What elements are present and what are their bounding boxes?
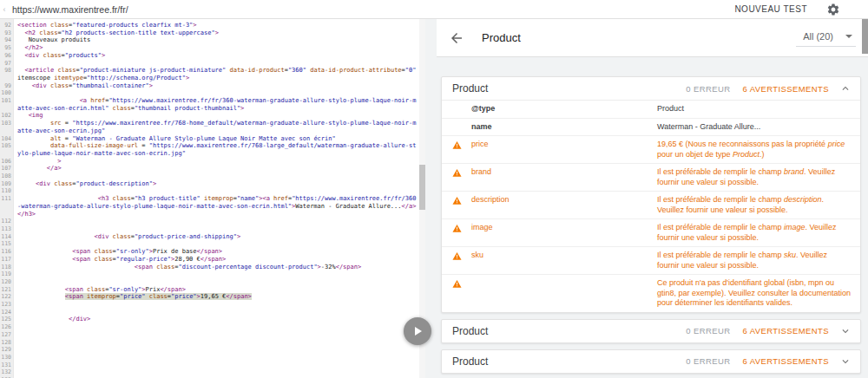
code-line: 125 </div> (0, 316, 419, 323)
line-number: 98 (0, 67, 14, 75)
property-value: Waterman - Graduate Allure... (657, 121, 860, 134)
code-line: 106 > (0, 158, 419, 166)
code-text (14, 309, 419, 316)
source-code-panel[interactable]: 92<section class="featured-products clea… (0, 19, 425, 378)
code-text (14, 218, 419, 225)
code-line: 92<section class="featured-products clea… (0, 22, 419, 29)
chevron-up-icon[interactable] (839, 82, 852, 94)
code-line: 123 (0, 301, 419, 309)
code-line: 126 (0, 323, 419, 331)
line-number: 110 (0, 187, 14, 195)
property-row: price19,65 € (Nous ne reconnaissons pas … (442, 136, 860, 164)
code-line: 105 data-full-size-image-url = "https://… (0, 142, 419, 157)
line-number: 94 (0, 36, 14, 44)
warning-triangle-icon (442, 166, 471, 189)
code-text: </h2> (14, 44, 419, 52)
tested-url[interactable]: https://www.maxirentree.fr/fr/ (12, 4, 128, 15)
code-text (14, 89, 419, 97)
line-number: 121 (0, 286, 14, 294)
code-line: 117 <span class="regular-price">28,90 €<… (0, 256, 419, 264)
code-text: </div> (14, 316, 419, 323)
card-header[interactable]: Product0 ERREUR6 AVERTISSEMENTS (442, 350, 860, 373)
line-number: 116 (0, 248, 14, 256)
code-text (14, 331, 419, 339)
error-count: 0 ERREUR (686, 84, 730, 94)
property-value: Il est préférable de remplir le champ sk… (657, 249, 860, 272)
line-number: 131 (0, 362, 14, 369)
line-number: 122 (0, 293, 14, 301)
property-value: Ce produit n'a pas d'identifiant global … (657, 277, 860, 310)
code-line: 132 (0, 368, 419, 376)
type-filter-dropdown[interactable]: All (20) (796, 29, 856, 47)
right-scrollbar-thumb[interactable] (862, 19, 868, 54)
code-line: 102 <img (0, 112, 419, 120)
chevron-left-icon[interactable]: ‹ (0, 0, 9, 19)
code-line: 115 (0, 240, 419, 248)
property-row: Ce produit n'a pas d'identifiant global … (442, 275, 860, 312)
code-line: 112 (0, 218, 419, 225)
line-number: 113 (0, 225, 14, 233)
code-line: 96 <div class="products"> (0, 52, 419, 60)
results-panel: Product All (20) Product0 ERREUR6 AVERTI… (437, 19, 868, 378)
code-text: <div class="product-description"> (14, 180, 419, 188)
back-arrow-icon[interactable] (449, 30, 464, 46)
run-test-button[interactable] (404, 317, 431, 345)
code-text: <section class="featured-products clearf… (14, 22, 419, 29)
code-line: 113 (0, 225, 419, 233)
code-line: 110 (0, 187, 419, 195)
left-scrollbar-thumb[interactable] (419, 165, 425, 210)
code-lines: 92<section class="featured-products clea… (0, 22, 419, 378)
line-number: 99 (0, 82, 14, 90)
property-value: Il est préférable de remplir le champ im… (657, 221, 860, 244)
line-number: 97 (0, 60, 14, 68)
line-number: 96 (0, 52, 14, 60)
line-number: 120 (0, 278, 14, 286)
code-line: 97 (0, 60, 419, 68)
code-text (14, 368, 419, 376)
line-number: 128 (0, 339, 14, 347)
property-name: image (471, 221, 657, 244)
code-text (14, 240, 419, 248)
code-line: 114 <div class="product-price-and-shippi… (0, 233, 419, 241)
property-value: Product (657, 102, 860, 116)
code-line: 121 <span class="sr-only">Prix</span> (0, 286, 419, 294)
line-number: 105 (0, 142, 14, 150)
code-line: 95 </h2> (0, 44, 419, 52)
property-value: 19,65 € (Nous ne reconnaissons pas la pr… (657, 138, 860, 161)
property-row: imageIl est préférable de remplir le cha… (442, 219, 860, 247)
code-text: <article class="product-miniature js-pro… (14, 67, 419, 81)
code-line: 122 <span itemprop="price" class="price"… (0, 293, 419, 301)
structured-data-testing-tool: ‹ https://www.maxirentree.fr/fr/ NOUVEAU… (0, 0, 868, 378)
code-text: <div class="product-price-and-shipping"> (14, 233, 419, 241)
code-line: 100 (0, 89, 419, 97)
code-line: 129 (0, 346, 419, 354)
code-text: <div class="products"> (14, 52, 419, 60)
code-line: 104 alt = "Waterman - Graduate Allure St… (0, 135, 419, 143)
property-row: descriptionIl est préférable de remplir … (442, 192, 860, 219)
property-name: sku (471, 249, 657, 272)
play-icon (415, 327, 422, 336)
toolbar: ‹ https://www.maxirentree.fr/fr/ NOUVEAU… (0, 0, 868, 19)
line-number: 115 (0, 240, 14, 248)
property-table: @typeProductnameWaterman - Graduate Allu… (442, 100, 860, 312)
code-line: 99 <div class="thumbnail-container"> (0, 82, 419, 90)
chevron-down-icon[interactable] (839, 325, 852, 337)
line-number: 119 (0, 270, 14, 278)
code-line: 130 (0, 354, 419, 362)
line-number: 95 (0, 44, 14, 52)
settings-gear-icon[interactable] (826, 3, 840, 16)
line-number: 103 (0, 120, 14, 127)
property-row: skuIl est préférable de remplir le champ… (442, 247, 860, 275)
card-header[interactable]: Product0 ERREUR6 AVERTISSEMENTS (442, 320, 860, 342)
filter-label: All (20) (803, 31, 833, 42)
code-line: 127 (0, 331, 419, 339)
code-line: 108 (0, 173, 419, 180)
new-test-button[interactable]: NOUVEAU TEST (734, 4, 807, 14)
result-cards: Product0 ERREUR6 AVERTISSEMENTS@typeProd… (437, 57, 868, 378)
code-line: 131 (0, 362, 419, 369)
card-header[interactable]: Product0 ERREUR6 AVERTISSEMENTS (442, 77, 860, 100)
code-text (14, 323, 419, 331)
chevron-down-icon[interactable] (839, 355, 852, 368)
code-line: 94 Nouveaux produits (0, 36, 419, 44)
property-row: brandIl est préférable de remplir le cha… (442, 164, 860, 192)
